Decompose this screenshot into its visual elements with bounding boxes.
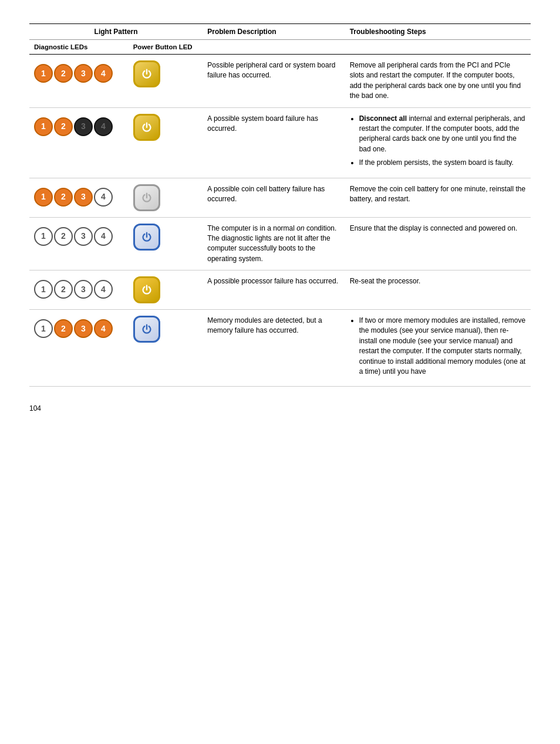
table-row: 1 2 3 4 xyxy=(29,270,531,310)
trouble-cell: Re-seat the processor. xyxy=(345,270,531,310)
power-button xyxy=(133,184,160,211)
led-group: 1 2 3 4 xyxy=(34,60,124,86)
problem-cell: A possible system board failure has occu… xyxy=(203,107,345,178)
power-icon xyxy=(140,231,153,244)
led-1: 1 xyxy=(34,280,53,299)
power-button xyxy=(133,316,160,343)
list-item: If the problem persists, the system boar… xyxy=(359,158,526,168)
led-group: 1 2 3 4 xyxy=(34,224,124,249)
table-row: 1 2 3 4 xyxy=(29,310,531,387)
problem-cell: Memory modules are detected, but a memor… xyxy=(203,310,345,387)
led-3: 3 xyxy=(74,117,93,136)
power-cell xyxy=(129,178,203,217)
led-group: 1 2 3 4 xyxy=(34,184,124,210)
led-cell: 1 2 3 4 xyxy=(29,55,129,108)
led-3: 3 xyxy=(74,188,93,207)
led-cell: 1 2 3 4 xyxy=(29,217,129,270)
led-4: 4 xyxy=(94,319,113,338)
page-number: 104 xyxy=(29,404,531,412)
problem-cell: The computer is in a normal on condition… xyxy=(203,217,345,270)
power-cell xyxy=(129,310,203,387)
problem-cell: Possible peripheral card or system board… xyxy=(203,55,345,108)
led-cell: 1 2 3 4 xyxy=(29,270,129,310)
led-2: 2 xyxy=(54,188,73,207)
led-3: 3 xyxy=(74,64,93,83)
table-row: 1 2 3 4 xyxy=(29,55,531,108)
led-1: 1 xyxy=(34,319,53,338)
led-4: 4 xyxy=(94,117,113,136)
led-1: 1 xyxy=(34,188,53,207)
power-cell xyxy=(129,107,203,178)
disconnect-all-label: Disconnect all xyxy=(359,114,407,123)
problem-cell: A possible processor failure has occurre… xyxy=(203,270,345,310)
led-4: 4 xyxy=(94,188,113,207)
led-group: 1 2 3 4 xyxy=(34,114,124,140)
led-4: 4 xyxy=(94,227,113,246)
power-button xyxy=(133,224,160,251)
led-cell: 1 2 3 4 xyxy=(29,107,129,178)
led-cell: 1 2 3 4 xyxy=(29,178,129,217)
led-2: 2 xyxy=(54,117,73,136)
diagnostic-leds-subheader: Diagnostic LEDs xyxy=(29,40,129,55)
trouble-cell: If two or more memory modules are instal… xyxy=(345,310,531,387)
problem-description-header: Problem Description xyxy=(203,24,345,40)
power-icon xyxy=(140,323,153,336)
power-cell xyxy=(129,217,203,270)
page-container: Light Pattern Problem Description Troubl… xyxy=(29,23,531,387)
led-1: 1 xyxy=(34,64,53,83)
led-3: 3 xyxy=(74,227,93,246)
led-2: 2 xyxy=(54,227,73,246)
power-button xyxy=(133,114,160,141)
table-row: 1 2 3 4 xyxy=(29,217,531,270)
light-pattern-header: Light Pattern xyxy=(29,24,203,40)
power-icon xyxy=(140,67,153,80)
problem-cell: A possible coin cell battery failure has… xyxy=(203,178,345,217)
power-icon xyxy=(140,121,153,134)
led-2: 2 xyxy=(54,280,73,299)
led-4: 4 xyxy=(94,280,113,299)
power-icon xyxy=(140,191,153,204)
led-4: 4 xyxy=(94,64,113,83)
led-1: 1 xyxy=(34,227,53,246)
power-cell xyxy=(129,270,203,310)
diagnostic-table: Light Pattern Problem Description Troubl… xyxy=(29,23,531,387)
power-button xyxy=(133,276,160,303)
led-group: 1 2 3 4 xyxy=(34,276,124,302)
trouble-cell: Disconnect all internal and external per… xyxy=(345,107,531,178)
list-item: Disconnect all internal and external per… xyxy=(359,114,526,155)
trouble-list: Disconnect all internal and external per… xyxy=(350,114,526,168)
power-button-led-subheader: Power Button LED xyxy=(129,40,203,55)
table-row: 1 2 3 4 xyxy=(29,178,531,217)
trouble-list: If two or more memory modules are instal… xyxy=(350,316,526,377)
trouble-cell: Ensure that the display is connected and… xyxy=(345,217,531,270)
led-3: 3 xyxy=(74,319,93,338)
led-2: 2 xyxy=(54,64,73,83)
trouble-cell: Remove the coin cell battery for one min… xyxy=(345,178,531,217)
power-icon xyxy=(140,283,153,296)
led-2: 2 xyxy=(54,319,73,338)
led-cell: 1 2 3 4 xyxy=(29,310,129,387)
troubleshooting-steps-header: Troubleshooting Steps xyxy=(345,24,531,40)
led-group: 1 2 3 4 xyxy=(34,316,124,341)
power-cell xyxy=(129,55,203,108)
italic-on: on xyxy=(296,224,304,232)
led-3: 3 xyxy=(74,280,93,299)
power-button xyxy=(133,60,160,87)
table-row: 1 2 3 4 xyxy=(29,107,531,178)
trouble-cell: Remove all peripheral cards from the PCI… xyxy=(345,55,531,108)
list-item: If two or more memory modules are instal… xyxy=(359,316,526,377)
led-1: 1 xyxy=(34,117,53,136)
